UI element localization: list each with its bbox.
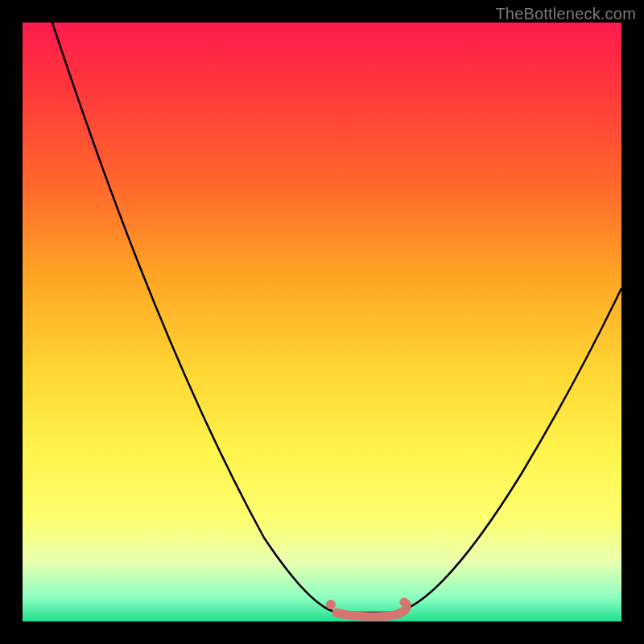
optimal-region-highlight <box>336 602 407 617</box>
curve-path <box>52 23 621 613</box>
watermark-text: TheBottleneck.com <box>495 5 636 23</box>
bottleneck-curve <box>23 23 621 621</box>
chart-frame: TheBottleneck.com <box>0 0 644 644</box>
plot-area <box>23 23 621 621</box>
marker-dot <box>326 600 336 609</box>
